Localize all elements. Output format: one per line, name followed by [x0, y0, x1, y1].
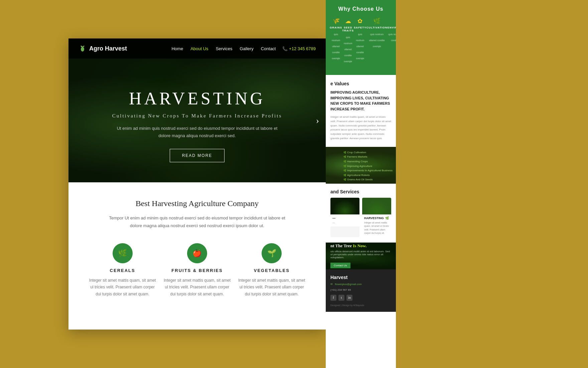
fruits-icon: 🍎 — [192, 249, 201, 258]
nav-about[interactable]: About Us — [190, 46, 208, 51]
why-title: Why Choose Us — [330, 6, 392, 12]
product-card-2: HARVESTING 🌿 Integer sit amet mattis qua… — [362, 198, 391, 237]
crop-item-3: Harvesting Crops — [343, 159, 393, 164]
crop-item-2: Farmers Markets — [343, 155, 393, 159]
why-safety: ✿ SAFETY quis nostrum ullamet condite ov… — [354, 17, 366, 64]
product-body-1: — — — [330, 214, 359, 227]
nav-services[interactable]: Services — [216, 46, 233, 51]
product-text-1: — — [332, 221, 357, 225]
email-address: flowerplus@gmail.com — [335, 283, 362, 286]
product-title-2: HARVESTING 🌿 — [364, 216, 389, 220]
nav-gallery[interactable]: Gallery — [240, 46, 253, 51]
instagram-icon[interactable]: in — [346, 295, 352, 301]
safety-label: SAFETY — [354, 26, 366, 29]
environment-icon: 🍃 — [388, 17, 396, 25]
twitter-icon[interactable]: t — [338, 295, 344, 301]
cereals-icon-circle: 🌿 — [113, 243, 133, 263]
read-more-button[interactable]: READ MORE — [170, 149, 225, 162]
logo[interactable]: Agro Harvest — [79, 44, 127, 53]
crop-item-1: Crop Cultivation — [343, 150, 393, 155]
product-card-1: — — — [330, 198, 359, 237]
nav-phone: 📞 +12 345 6789 — [282, 46, 316, 51]
environment-label: ENVIRONMENT — [388, 26, 396, 29]
environment-desc: quis nostrum ullamet condite overiqle — [388, 33, 396, 41]
products-row: — — HARVESTING 🌿 Integer sit amet mattis… — [330, 198, 391, 237]
plant-tree-section: nt The Tree Is Now. uis officia deserunt… — [326, 243, 396, 269]
about-section: Best Harvesting Agriculture Company Temp… — [68, 182, 326, 311]
nav-links: Home About Us Services Gallery Contact — [171, 45, 276, 52]
crop-item-5: Improvements In Agricultural Business — [343, 168, 393, 173]
product-image-2 — [362, 198, 391, 214]
cultivation-label: CULTIVATION — [366, 26, 388, 29]
cultivation-desc: quis nostrum ullamet condite overiqle — [369, 33, 385, 48]
values-heading: e Values — [330, 81, 391, 86]
svg-point-0 — [81, 47, 84, 52]
product-text-2: Integer sit amet mattis quam, sit amet u… — [364, 221, 389, 235]
hero-title: HARVESTING — [112, 89, 282, 108]
vegetables-desc: Integer sit amet mattis quam, sit amet u… — [238, 277, 306, 297]
seed-traits-icon: ☁ — [342, 17, 354, 25]
fruits-name: FRUITS & BERRIES — [163, 268, 231, 273]
cereals-desc: Integer sit amet mattis quam, sit amet u… — [89, 277, 156, 297]
why-choose-section: Why Choose Us 🌾 GRAINS quis nostrum ulla… — [326, 0, 396, 75]
crop-image-strip: Crop Cultivation Farmers Markets Harvest… — [326, 147, 396, 184]
hero-subtitle: Cultivating New Crops To Make Farmers In… — [112, 113, 282, 119]
cereals-name: CEREALS — [89, 268, 156, 273]
plant-sub-text: uis officia deserunt mollit anim id est … — [330, 250, 391, 259]
values-body: Integer sit amet mattis quam, sit amet u… — [330, 115, 391, 141]
vegetables-icon-circle: 🌱 — [262, 243, 282, 263]
email-icon: ✉ — [330, 283, 333, 286]
logo-text: Agro Harvest — [89, 45, 127, 52]
feature-vegetables: 🌱 VEGETABLES Integer sit amet mattis qua… — [238, 243, 306, 297]
main-website-panel: Agro Harvest Home About Us Services Gall… — [68, 38, 326, 330]
crop-item-4: Improving Agriculture — [343, 164, 393, 169]
seed-traits-desc: quis nostrum ullamet condite overiqle — [344, 36, 352, 63]
why-icons-row: 🌾 GRAINS quis nostrum ullamet condite ov… — [330, 17, 392, 64]
contact-us-button[interactable]: Contact Us — [330, 263, 350, 268]
navbar: Agro Harvest Home About Us Services Gall… — [68, 38, 326, 59]
feature-fruits: 🍎 FRUITS & BERRIES Integer sit amet matt… — [163, 243, 231, 297]
features-row: 🌿 CEREALS Integer sit amet mattis quam, … — [89, 243, 306, 297]
footer-logo: Harvest — [330, 275, 391, 280]
product-image-1 — [330, 198, 359, 214]
hero-description: Ut enim ad minim quis nostrud exerci sed… — [114, 125, 281, 140]
product-body-2: HARVESTING 🌿 Integer sit amet mattis qua… — [362, 214, 391, 237]
nav-home[interactable]: Home — [171, 46, 183, 51]
about-title: Best Harvesting Agriculture Company — [89, 199, 306, 208]
crop-list: Crop Cultivation Farmers Markets Harvest… — [343, 150, 393, 182]
grains-desc: quis nostrum ullamet condite overiqle — [332, 33, 340, 60]
product-leaf-icon: 🌿 — [385, 216, 389, 220]
grains-icon: 🌾 — [330, 17, 342, 25]
crop-item-7: Grains And Oil Seeds — [343, 177, 393, 182]
products-section: and Services — — HARVESTING 🌿 Integer si… — [326, 184, 396, 243]
grains-label: GRAINS — [330, 26, 342, 29]
hero-next-arrow[interactable]: › — [316, 115, 319, 126]
core-values-section: e Values IMPROVING AGRICULTURE, IMPROVIN… — [326, 75, 396, 147]
product-title-1: — — [332, 216, 357, 220]
nav-contact[interactable]: Contact — [261, 46, 276, 51]
about-description: Tempor Ut enim ad minim quis nostrud exe… — [104, 214, 291, 230]
why-cultivation: 🌿 CULTIVATION quis nostrum ullamet condi… — [366, 17, 388, 64]
footer-socials: f t in — [330, 295, 391, 301]
crop-item-6: Agricultural Robots — [343, 173, 393, 178]
hero-section: HARVESTING Cultivating New Crops To Make… — [68, 38, 326, 182]
hero-content: HARVESTING Cultivating New Crops To Make… — [99, 69, 296, 162]
footer-phone: (+01) 234 567 89 — [330, 288, 391, 291]
right-panel: Why Choose Us 🌾 GRAINS quis nostrum ulla… — [326, 0, 396, 368]
why-seed-traits: ☁ SEED TRAITS quis nostrum ullamet condi… — [342, 17, 354, 64]
seed-traits-label: SEED TRAITS — [342, 26, 354, 32]
safety-desc: quis nostrum ullamet condite overiqle — [356, 33, 364, 60]
values-tagline: IMPROVING AGRICULTURE, IMPROVING LIVES, … — [330, 90, 391, 112]
cultivation-icon: 🌿 — [366, 17, 388, 25]
facebook-icon[interactable]: f — [330, 295, 336, 301]
products-heading: and Services — [330, 189, 391, 194]
fruits-icon-circle: 🍎 — [187, 243, 207, 263]
safety-icon: ✿ — [354, 17, 366, 25]
footer-email: ✉ flowerplus@gmail.com — [330, 283, 391, 286]
cereals-icon: 🌿 — [118, 249, 127, 258]
vegetables-icon: 🌱 — [267, 249, 276, 258]
plant-content: nt The Tree Is Now. uis officia deserunt… — [330, 243, 391, 268]
why-environment: 🍃 ENVIRONMENT quis nostrum ullamet condi… — [388, 17, 396, 64]
vegetables-name: VEGETABLES — [238, 268, 306, 273]
why-grains: 🌾 GRAINS quis nostrum ullamet condite ov… — [330, 17, 342, 64]
